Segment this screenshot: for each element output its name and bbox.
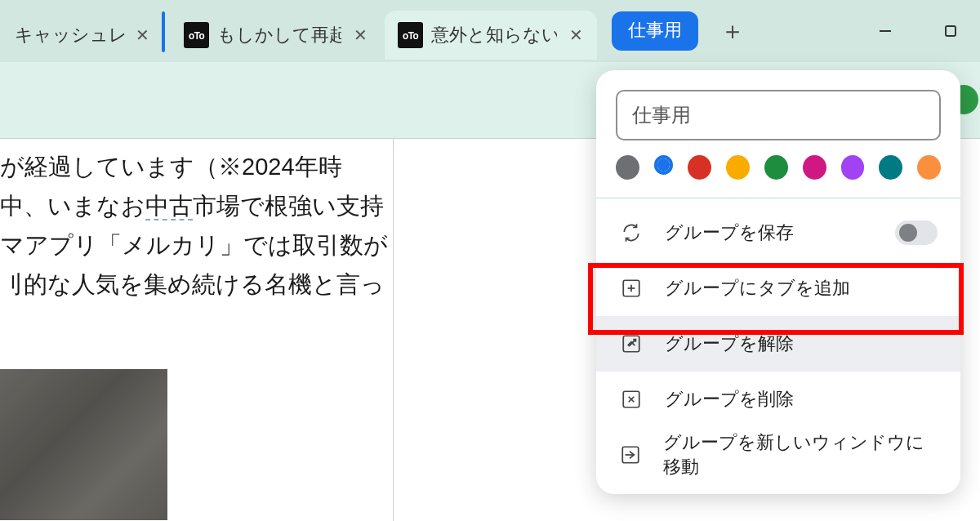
tab-group-chip-label: 仕事用 <box>628 20 682 40</box>
color-swatch[interactable] <box>654 155 673 175</box>
menu-add-tab[interactable]: グループにタブを追加 <box>596 260 960 316</box>
tab-strip: キャッシュレス決 ✕ oTo もしかして再起 ✕ oTo 意外と知らない ✕ 仕… <box>0 0 980 62</box>
tab-group-indicator <box>162 11 165 52</box>
page-text-line: 刂的な人気を集め続ける名機と言っ <box>0 265 386 304</box>
page-text-line: が経過しています（※2024年時 <box>0 147 386 186</box>
tab-title: キャッシュレス決 <box>15 23 126 47</box>
tab-group-chip[interactable]: 仕事用 <box>612 11 698 51</box>
tab-group-menu: 仕事用 グループを保存 グループにタブを追加 グループを解除 グループを削除 グ… <box>596 70 960 494</box>
close-icon[interactable]: ✕ <box>350 24 372 47</box>
sync-icon <box>619 220 644 245</box>
maximize-icon[interactable] <box>938 18 964 44</box>
menu-label: グループを解除 <box>665 332 794 356</box>
close-icon[interactable]: ✕ <box>134 24 151 47</box>
group-name-value: 仕事用 <box>632 102 691 128</box>
menu-label: グループにタブを追加 <box>665 276 850 301</box>
group-name-input[interactable]: 仕事用 <box>616 90 941 140</box>
color-swatches <box>596 152 960 198</box>
separator <box>596 198 960 198</box>
menu-move-window[interactable]: グループを新しいウィンドウに移動 <box>596 427 960 483</box>
move-window-icon <box>619 443 642 467</box>
page-text-line: マアプリ「メルカリ」では取引数が <box>0 225 386 265</box>
favicon-icon: oTo <box>184 22 209 48</box>
color-swatch[interactable] <box>764 155 788 180</box>
save-toggle[interactable] <box>895 220 938 245</box>
menu-label: グループを新しいウィンドウに移動 <box>663 430 938 479</box>
tab-title: 意外と知らない <box>431 23 557 47</box>
menu-save-group[interactable]: グループを保存 <box>596 205 960 260</box>
svg-rect-1 <box>946 26 956 36</box>
tab-2-active[interactable]: oTo 意外と知らない ✕ <box>385 11 597 60</box>
color-swatch[interactable] <box>879 155 902 180</box>
color-swatch[interactable] <box>917 155 941 180</box>
tab-title: もしかして再起 <box>217 23 341 47</box>
page-content: が経過しています（※2024年時 中、いまなお中古市場で根強い支持 マアプリ「メ… <box>0 139 394 521</box>
color-swatch[interactable] <box>616 155 639 180</box>
window-controls <box>872 0 964 62</box>
minimize-icon[interactable] <box>872 18 898 44</box>
favicon-icon: oTo <box>398 22 423 48</box>
article-image <box>0 369 167 520</box>
menu-ungroup[interactable]: グループを解除 <box>596 316 960 372</box>
page-text-line: 中、いまなお中古市場で根強い支持 <box>0 186 386 225</box>
dashed-text: 中古 <box>145 193 193 220</box>
color-swatch[interactable] <box>726 155 750 180</box>
tab-1[interactable]: oTo もしかして再起 ✕ <box>171 11 381 60</box>
add-tab-icon <box>619 276 644 301</box>
menu-label: グループを保存 <box>665 220 794 245</box>
delete-icon <box>619 387 644 412</box>
ungroup-icon <box>619 332 644 356</box>
close-icon[interactable]: ✕ <box>565 24 587 47</box>
color-swatch[interactable] <box>688 155 711 180</box>
color-swatch[interactable] <box>803 155 826 180</box>
tab-0[interactable]: キャッシュレス決 ✕ <box>2 11 161 60</box>
new-tab-button[interactable]: ＋ <box>713 11 752 51</box>
menu-delete-group[interactable]: グループを削除 <box>596 372 960 427</box>
menu-label: グループを削除 <box>665 387 794 412</box>
color-swatch[interactable] <box>841 155 865 180</box>
